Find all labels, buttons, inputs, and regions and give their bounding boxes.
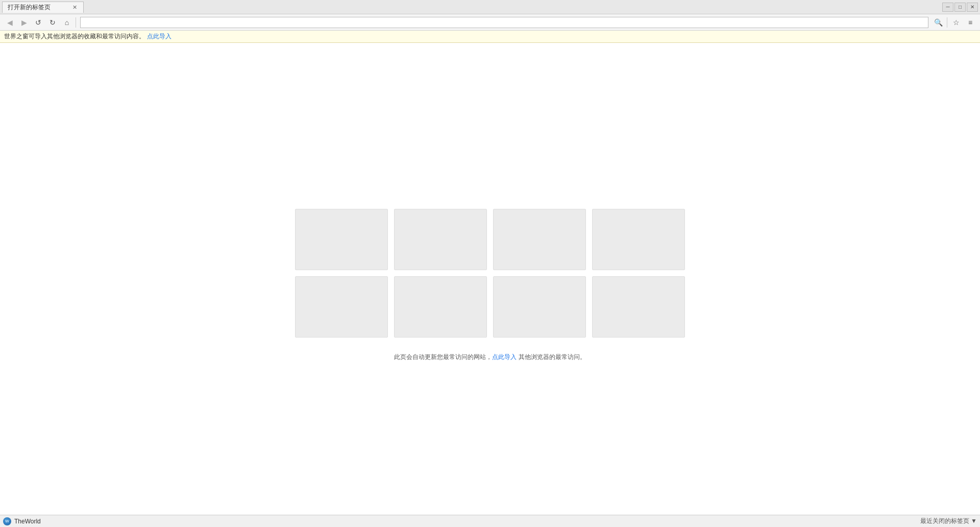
toolbar-separator-2 (947, 17, 947, 28)
home-button[interactable]: ⌂ (60, 16, 74, 29)
favorite-button[interactable]: ☆ (949, 16, 963, 29)
home-icon: ⌂ (65, 18, 69, 27)
tile-4[interactable] (592, 209, 685, 270)
close-button[interactable]: ✕ (967, 3, 978, 12)
page-area: 此页会自动更新您最常访问的网站，点此导入 其他浏览器的最常访问。 (0, 43, 980, 527)
toolbar-right: 🔍 ☆ ≡ (932, 16, 977, 29)
info-bar-import-link[interactable]: 点此导入 (147, 32, 172, 41)
title-bar: 打开新的标签页 ✕ ─ □ ✕ (0, 0, 980, 14)
info-bar: 世界之窗可导入其他浏览器的收藏和最常访问内容。 点此导入 (0, 31, 980, 43)
address-bar-wrap (80, 17, 928, 28)
brand-name: TheWorld (14, 518, 41, 525)
maximize-icon: □ (959, 4, 962, 10)
favorite-icon: ☆ (953, 18, 960, 27)
tile-3[interactable] (493, 209, 586, 270)
forward-button[interactable]: ▶ (17, 16, 31, 29)
maximize-button[interactable]: □ (954, 3, 966, 12)
status-bar-left: W TheWorld (3, 517, 41, 525)
back-icon: ◀ (7, 18, 13, 27)
forward-icon: ▶ (21, 18, 27, 27)
status-bar: W TheWorld 最近关闭的标签页 ▼ (0, 515, 980, 527)
minimize-button[interactable]: ─ (942, 3, 953, 12)
refresh-button[interactable]: ↺ (32, 16, 45, 29)
tab-area: 打开新的标签页 ✕ (2, 2, 942, 13)
minimize-icon: ─ (946, 4, 949, 10)
stop-button[interactable]: ↻ (46, 16, 59, 29)
tile-7[interactable] (493, 276, 586, 338)
window-controls: ─ □ ✕ (942, 3, 978, 12)
tile-5[interactable] (295, 276, 388, 338)
tile-6[interactable] (394, 276, 487, 338)
footer-prefix: 此页会自动更新您最常访问的网站， (394, 353, 492, 361)
footer-text: 此页会自动更新您最常访问的网站，点此导入 其他浏览器的最常访问。 (394, 353, 585, 362)
tile-2[interactable] (394, 209, 487, 270)
tiles-grid (295, 209, 685, 338)
info-bar-text: 世界之窗可导入其他浏览器的收藏和最常访问内容。 (4, 32, 145, 41)
refresh-icon: ↺ (35, 18, 41, 27)
footer-import-link[interactable]: 点此导入 (492, 353, 517, 361)
footer-suffix: 其他浏览器的最常访问。 (517, 353, 585, 361)
back-button[interactable]: ◀ (3, 16, 16, 29)
active-tab[interactable]: 打开新的标签页 ✕ (2, 2, 84, 13)
menu-button[interactable]: ≡ (964, 16, 977, 29)
tile-8[interactable] (592, 276, 685, 338)
browser-chrome: 打开新的标签页 ✕ ─ □ ✕ ◀ ▶ ↺ ↻ (0, 0, 980, 527)
search-icon: 🔍 (934, 18, 943, 27)
address-bar[interactable] (80, 17, 928, 28)
tab-label: 打开新的标签页 (8, 3, 68, 12)
stop-icon: ↻ (50, 18, 56, 27)
close-icon: ✕ (970, 4, 974, 10)
toolbar-separator (76, 17, 76, 28)
recent-tabs-button[interactable]: 最近关闭的标签页 ▼ (920, 517, 977, 525)
search-button[interactable]: 🔍 (932, 16, 945, 29)
brand-logo: W (3, 517, 11, 525)
menu-icon: ≡ (968, 18, 972, 27)
tab-close-button[interactable]: ✕ (71, 4, 78, 11)
tile-1[interactable] (295, 209, 388, 270)
toolbar: ◀ ▶ ↺ ↻ ⌂ 🔍 ☆ ≡ (0, 14, 980, 31)
